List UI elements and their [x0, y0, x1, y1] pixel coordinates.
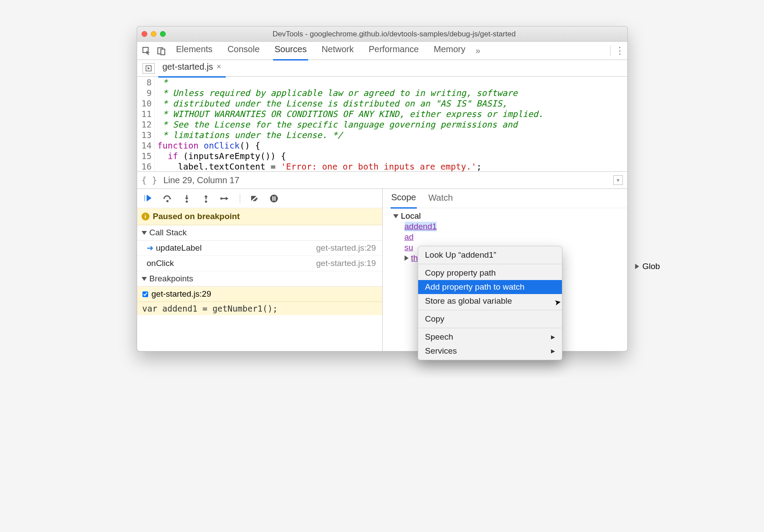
step-icon[interactable]	[220, 193, 231, 204]
window-title: DevTools - googlechrome.github.io/devtoo…	[166, 30, 623, 39]
disclosure-triangle-icon	[405, 255, 409, 261]
navigator-toggle-icon[interactable]	[142, 63, 155, 74]
step-into-icon[interactable]	[181, 193, 192, 204]
file-tab-label: get-started.js	[163, 62, 213, 72]
scope-variable[interactable]: addend1	[387, 221, 623, 232]
scope-global[interactable]: Glob Window	[635, 262, 660, 271]
cursor-icon: ➤	[554, 297, 562, 308]
minimize-window-icon[interactable]	[151, 31, 156, 37]
source-file-tabs: get-started.js ×	[137, 60, 627, 77]
menu-item[interactable]: Services	[418, 344, 562, 358]
info-icon: i	[142, 213, 149, 220]
step-over-icon[interactable]	[162, 193, 173, 204]
zoom-window-icon[interactable]	[160, 31, 166, 37]
svg-rect-10	[274, 196, 276, 201]
code-content: * * Unless required by applicable law or…	[155, 77, 546, 171]
svg-point-6	[205, 200, 207, 202]
scope-watch-tabs: ScopeWatch	[383, 189, 627, 208]
tab-scope[interactable]: Scope	[391, 188, 417, 209]
svg-point-7	[220, 197, 222, 199]
callstack-title: Call Stack	[149, 228, 187, 238]
debug-left-pane: i Paused on breakpoint Call Stack ➔updat…	[137, 189, 383, 351]
tab-network[interactable]: Network	[320, 41, 355, 60]
tab-performance[interactable]: Performance	[367, 41, 420, 60]
menu-item[interactable]: Add property path to watch	[418, 280, 562, 294]
close-tab-icon[interactable]: ×	[217, 62, 221, 71]
pause-exceptions-icon[interactable]	[268, 193, 280, 204]
device-toggle-icon[interactable]	[155, 44, 168, 57]
window-controls	[142, 31, 166, 37]
callstack-frame[interactable]: ➔updateLabelget-started.js:29	[137, 241, 382, 256]
scope-variable[interactable]: ad	[387, 232, 623, 242]
breakpoints-header[interactable]: Breakpoints	[137, 271, 382, 287]
editor-status-bar: { } Line 29, Column 17 ▾	[137, 171, 627, 189]
callstack-header[interactable]: Call Stack	[137, 225, 382, 241]
inspect-element-icon[interactable]	[140, 44, 153, 57]
debug-toolbar	[137, 189, 382, 208]
tab-sources[interactable]: Sources	[273, 41, 308, 60]
menu-item[interactable]: Store as global variable	[418, 294, 562, 308]
disclosure-triangle-icon	[142, 231, 147, 235]
scope-local[interactable]: Local	[387, 211, 623, 221]
more-tabs-icon[interactable]: »	[476, 46, 480, 56]
code-editor[interactable]: 8910111213141516 * * Unless required by …	[137, 77, 627, 171]
breakpoint-item[interactable]: get-started.js:29	[137, 287, 382, 302]
tab-memory[interactable]: Memory	[433, 41, 467, 60]
context-menu: Look Up “addend1”Copy property pathAdd p…	[418, 246, 562, 360]
menu-item[interactable]: Speech	[418, 330, 562, 344]
pretty-print-icon[interactable]: { }	[142, 175, 157, 185]
panel-tab-strip: ElementsConsoleSourcesNetworkPerformance…	[137, 42, 627, 60]
svg-rect-2	[161, 49, 165, 55]
line-gutter: 8910111213141516	[137, 77, 155, 171]
svg-rect-9	[272, 196, 274, 201]
devtools-window: DevTools - googlechrome.github.io/devtoo…	[137, 26, 628, 351]
menu-item[interactable]: Copy property path	[418, 266, 562, 280]
close-window-icon[interactable]	[142, 31, 147, 37]
svg-point-4	[166, 200, 168, 202]
paused-banner: i Paused on breakpoint	[137, 208, 382, 225]
file-tab-get-started[interactable]: get-started.js ×	[158, 59, 226, 78]
tab-console[interactable]: Console	[226, 41, 261, 60]
breakpoint-checkbox[interactable]	[142, 291, 148, 297]
cursor-position: Line 29, Column 17	[163, 175, 239, 185]
tab-elements[interactable]: Elements	[175, 41, 214, 60]
tab-watch[interactable]: Watch	[427, 189, 454, 208]
global-label: Glob	[643, 262, 660, 271]
coverage-toggle-icon[interactable]: ▾	[613, 175, 623, 185]
breakpoint-code: var addend1 = getNumber1();	[137, 302, 382, 315]
step-out-icon[interactable]	[200, 193, 212, 204]
callstack-frame[interactable]: onClickget-started.js:19	[137, 256, 382, 271]
resume-icon[interactable]	[142, 193, 154, 204]
svg-point-5	[185, 200, 188, 202]
breakpoints-title: Breakpoints	[149, 274, 193, 284]
disclosure-triangle-icon	[635, 264, 639, 269]
disclosure-triangle-icon	[393, 214, 398, 218]
menu-item[interactable]: Look Up “addend1”	[418, 248, 562, 262]
disclosure-triangle-icon	[142, 277, 147, 281]
separator	[610, 46, 611, 56]
kebab-menu-icon[interactable]: ⋮	[615, 46, 625, 56]
menu-item[interactable]: Copy	[418, 312, 562, 326]
titlebar: DevTools - googlechrome.github.io/devtoo…	[137, 27, 627, 42]
svg-point-8	[270, 195, 278, 202]
deactivate-breakpoints-icon[interactable]	[249, 193, 260, 204]
paused-text: Paused on breakpoint	[153, 212, 240, 221]
separator	[240, 194, 240, 203]
